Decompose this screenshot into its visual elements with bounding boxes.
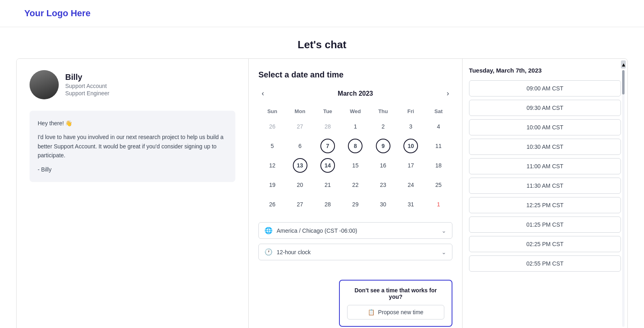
clock-chevron-icon: ⌄ [441, 249, 446, 255]
calendar-day[interactable]: 27 [286, 195, 313, 214]
left-panel: Billy Support Account Support Engineer H… [17, 59, 249, 328]
time-slot-button[interactable]: 02:55 PM CST [469, 255, 621, 272]
page-title: Let's chat [0, 39, 644, 51]
middle-panel: Select a date and time ‹ March 2023 › Su… [249, 59, 463, 328]
calendar-day[interactable]: 6 [286, 136, 313, 156]
day-header-sat: Sat [424, 106, 452, 117]
calendar-day[interactable]: 30 [369, 195, 397, 214]
time-slot-button[interactable]: 11:30 AM CST [469, 178, 621, 194]
day-header-wed: Wed [341, 106, 369, 117]
calendar-day[interactable]: 5 [258, 136, 286, 156]
time-slot-button[interactable]: 10:30 AM CST [469, 139, 621, 155]
scrollbar-thumb [622, 70, 625, 94]
svg-point-4 [45, 77, 50, 84]
agent-role: Support Engineer [65, 90, 109, 96]
calendar-day[interactable]: 1 [424, 195, 452, 214]
calendar-day[interactable]: 28 [314, 195, 341, 214]
time-slot-button[interactable]: 01:25 PM CST [469, 217, 621, 233]
scrollbar-track [622, 70, 625, 327]
calendar-grid: Sun Mon Tue Wed Thu Fri Sat 262728123456… [258, 106, 452, 214]
propose-label: Propose new time [378, 309, 423, 315]
calendar-day[interactable]: 26 [258, 117, 286, 136]
calendar-day[interactable]: 4 [424, 117, 452, 136]
selected-date-title: Tuesday, March 7th, 2023 [463, 67, 627, 80]
calendar-day[interactable]: 25 [424, 175, 452, 195]
scroll-up-button[interactable]: ▲ [621, 60, 626, 69]
svg-point-5 [41, 78, 48, 86]
calendar-day[interactable]: 15 [341, 156, 369, 175]
agent-company: Support Account [65, 83, 109, 89]
time-slot-button[interactable]: 09:00 AM CST [469, 80, 621, 96]
calendar-month-label: March 2023 [338, 90, 373, 97]
svg-point-2 [36, 87, 52, 99]
calendar-day[interactable]: 9 [369, 136, 397, 156]
calendar-day[interactable]: 17 [397, 156, 424, 175]
svg-point-1 [38, 76, 50, 89]
day-header-thu: Thu [369, 106, 397, 117]
time-slot-button[interactable]: 11:00 AM CST [469, 158, 621, 174]
clock-icon: 🕐 [264, 248, 273, 256]
agent-details: Billy Support Account Support Engineer [65, 70, 109, 96]
svg-point-8 [43, 83, 45, 85]
calendar-nav: ‹ March 2023 › [258, 88, 452, 99]
calendar-day[interactable]: 31 [397, 195, 424, 214]
time-slots-container: 09:00 AM CST09:30 AM CST10:00 AM CST10:3… [463, 80, 627, 272]
top-bar: Your Logo Here [0, 0, 644, 27]
calendar-day[interactable]: 26 [258, 195, 286, 214]
calendar-day[interactable]: 16 [369, 156, 397, 175]
day-header-mon: Mon [286, 106, 313, 117]
calendar-day[interactable]: 3 [397, 117, 424, 136]
timezone-chevron-icon: ⌄ [441, 227, 446, 234]
next-month-button[interactable]: › [444, 88, 452, 99]
svg-point-6 [42, 81, 44, 83]
timezone-dropdown[interactable]: 🌐 America / Chicago (CST -06:00) ⌄ [258, 222, 452, 239]
day-header-tue: Tue [314, 106, 341, 117]
avatar-image [30, 70, 59, 99]
calendar-day[interactable]: 2 [369, 117, 397, 136]
message-greeting: Hey there! 👋 [38, 119, 227, 128]
calendar-day[interactable]: 28 [314, 117, 341, 136]
globe-icon: 🌐 [264, 227, 273, 234]
message-signoff: - Billy [38, 165, 227, 174]
calendar-day[interactable]: 1 [341, 117, 369, 136]
calendar-section-title: Select a date and time [258, 70, 452, 79]
clock-label: 12-hour clock [277, 249, 441, 255]
prev-month-button[interactable]: ‹ [258, 88, 267, 99]
calendar-day[interactable]: 22 [341, 175, 369, 195]
calendar-day[interactable]: 23 [369, 175, 397, 195]
dropdowns: 🌐 America / Chicago (CST -06:00) ⌄ 🕐 12-… [258, 222, 452, 260]
clock-dropdown[interactable]: 🕐 12-hour clock ⌄ [258, 244, 452, 260]
time-slot-button[interactable]: 02:25 PM CST [469, 236, 621, 252]
calendar-day[interactable]: 8 [341, 136, 369, 156]
calendar-day[interactable]: 29 [341, 195, 369, 214]
calendar-day[interactable]: 7 [314, 136, 341, 156]
time-slot-button[interactable]: 10:00 AM CST [469, 119, 621, 135]
propose-new-time-button[interactable]: 📋 Propose new time [347, 305, 444, 319]
calendar-day[interactable]: 18 [424, 156, 452, 175]
right-panel: Tuesday, March 7th, 2023 09:00 AM CST09:… [463, 59, 627, 328]
calendar-day[interactable]: 13 [286, 156, 313, 175]
time-slot-button[interactable]: 12:25 PM CST [469, 197, 621, 213]
agent-info: Billy Support Account Support Engineer [30, 70, 235, 99]
dont-see-box: Don't see a time that works for you? 📋 P… [339, 280, 452, 327]
svg-point-3 [38, 77, 43, 84]
calendar-day[interactable]: 20 [286, 175, 313, 195]
calendar-day[interactable]: 11 [424, 136, 452, 156]
svg-point-0 [30, 70, 59, 99]
time-slot-button[interactable]: 09:30 AM CST [469, 100, 621, 116]
calendar-day[interactable]: 19 [258, 175, 286, 195]
message-body: I'd love to have you involved in our nex… [38, 133, 227, 160]
calendar-day[interactable]: 27 [286, 117, 313, 136]
propose-icon: 📋 [368, 309, 375, 315]
page-title-area: Let's chat [0, 27, 644, 58]
calendar-day[interactable]: 24 [397, 175, 424, 195]
calendar-day[interactable]: 12 [258, 156, 286, 175]
day-header-fri: Fri [397, 106, 424, 117]
calendar-day[interactable]: 14 [314, 156, 341, 175]
main-card: Billy Support Account Support Engineer H… [16, 58, 628, 328]
calendar-day[interactable]: 21 [314, 175, 341, 195]
message-box: Hey there! 👋 I'd love to have you involv… [30, 111, 235, 182]
calendar-day[interactable]: 10 [397, 136, 424, 156]
scrollbar: ▲ ▼ [621, 59, 626, 328]
dont-see-title: Don't see a time that works for you? [347, 287, 444, 300]
